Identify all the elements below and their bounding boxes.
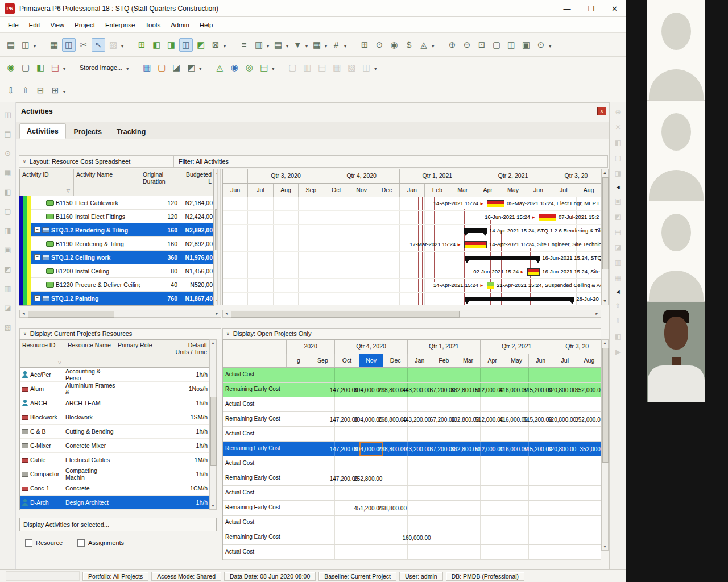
- cost-cell[interactable]: [577, 456, 601, 471]
- scroll-thumb[interactable]: [602, 177, 609, 269]
- cost-cell[interactable]: [553, 516, 578, 530]
- timescale-quarter[interactable]: Qtr 2, 2021: [481, 340, 553, 354]
- timescale-month[interactable]: Jun: [223, 184, 248, 197]
- assign-role-icon[interactable]: ◩: [615, 213, 621, 221]
- cost-cell[interactable]: [335, 530, 359, 544]
- cost-cell[interactable]: [481, 427, 505, 441]
- cost-cell[interactable]: [553, 471, 578, 485]
- timescale-month[interactable]: Oct: [335, 354, 359, 367]
- cost-cell[interactable]: 443,200.00: [408, 383, 432, 397]
- cost-row[interactable]: Actual Cost: [223, 368, 601, 383]
- timescale-month[interactable]: Nov: [349, 184, 374, 197]
- cost-row[interactable]: Actual Cost: [223, 545, 601, 560]
- shift-right-icon[interactable]: ▶: [615, 348, 621, 356]
- cost-cell[interactable]: [481, 486, 505, 500]
- timescale-month[interactable]: Mar: [456, 354, 481, 367]
- cost-cell[interactable]: [553, 456, 578, 471]
- time-scale-icon[interactable]: ⊙: [373, 38, 386, 52]
- cost-cell[interactable]: 620,800.00: [553, 383, 578, 397]
- menu-enterprise[interactable]: Enterprise: [101, 20, 139, 30]
- cost-cell[interactable]: [553, 486, 578, 500]
- tool-disabled-1-icon[interactable]: ▢: [286, 61, 299, 74]
- cost-cell[interactable]: [504, 397, 529, 411]
- activity-row[interactable]: −STQ.1.2.7Ceiling work360N1,976,00: [20, 251, 213, 264]
- activity-row[interactable]: B1220Procure & Deliver Ceiling Mal40N520…: [20, 278, 213, 292]
- cost-cell[interactable]: [504, 368, 529, 382]
- timescale-month[interactable]: May: [504, 354, 529, 367]
- scroll-up-icon[interactable]: ▲: [602, 169, 608, 176]
- checkbox-resource[interactable]: Resource: [25, 539, 63, 547]
- cost-cell[interactable]: [359, 456, 384, 471]
- cost-cell[interactable]: [287, 486, 311, 500]
- close-button[interactable]: ✕: [611, 5, 618, 13]
- cost-cell[interactable]: [529, 456, 553, 471]
- collapse-icon[interactable]: −: [34, 295, 40, 301]
- cost-icon[interactable]: $: [402, 38, 416, 52]
- cost-cell[interactable]: [456, 545, 481, 559]
- timescale-quarter[interactable]: Qtr 4, 2020: [335, 340, 408, 354]
- stored-image-button[interactable]: Stored Image...: [76, 63, 126, 72]
- layout-selector[interactable]: ∨ Layout: Resource Cost Spreadsheet: [19, 156, 174, 167]
- select-tool-icon[interactable]: ↖: [92, 38, 105, 52]
- col-default-units[interactable]: Default Units / Time: [172, 340, 210, 367]
- cost-cell[interactable]: [504, 501, 529, 515]
- menu-project[interactable]: Project: [70, 20, 100, 30]
- cost-cell[interactable]: [504, 471, 529, 485]
- cost-cell[interactable]: [432, 471, 457, 485]
- checkbox-icon[interactable]: [77, 539, 85, 547]
- minimize-button[interactable]: —: [563, 5, 570, 13]
- zoom-fit-icon[interactable]: ⊡: [475, 38, 489, 52]
- dropdown-arrow-icon[interactable]: ▾: [121, 44, 123, 49]
- new-document-icon[interactable]: ▢: [19, 61, 32, 74]
- cost-cell[interactable]: [456, 501, 481, 515]
- project-home-icon[interactable]: ◩: [184, 61, 198, 74]
- participant-placeholder-tile[interactable]: [647, 0, 705, 101]
- resource-row[interactable]: BlockworkBlockwork1SM/h: [20, 410, 209, 425]
- timescale-month[interactable]: Nov: [359, 354, 384, 367]
- cost-cell[interactable]: [335, 427, 359, 441]
- nav-risks-icon[interactable]: ◪: [4, 304, 11, 312]
- copy-icon[interactable]: ◧: [150, 38, 163, 52]
- cost-cell[interactable]: [408, 501, 432, 515]
- cost-cell[interactable]: 443,200.00: [408, 442, 432, 456]
- cost-cell[interactable]: [529, 516, 553, 530]
- cost-row[interactable]: Remaining Early Cost451,200.00268,800.00: [223, 501, 601, 516]
- cost-cell[interactable]: [481, 501, 505, 515]
- dropdown-arrow-icon[interactable]: ▾: [224, 44, 226, 49]
- scroll-right-icon[interactable]: ►: [593, 310, 601, 317]
- cost-row[interactable]: Remaining Early Cost147,200.00304,000.00…: [223, 442, 601, 456]
- cost-cell[interactable]: [529, 486, 553, 500]
- cost-cell[interactable]: [456, 397, 481, 411]
- scroll-down-icon[interactable]: ▼: [602, 298, 608, 305]
- scroll-left-icon[interactable]: ◄: [223, 310, 230, 317]
- add-notebook-icon[interactable]: ▤: [615, 228, 621, 236]
- nav-projects-icon[interactable]: ◫: [4, 110, 11, 119]
- col-activity-id[interactable]: Activity ID▽: [20, 169, 74, 196]
- cost-cell[interactable]: [577, 545, 601, 559]
- collapse-icon[interactable]: −: [34, 227, 40, 233]
- cost-cell[interactable]: [432, 456, 457, 471]
- cost-cell[interactable]: [359, 397, 384, 411]
- cost-cell[interactable]: 620,800.00: [553, 412, 578, 426]
- collapse-pane-2-icon[interactable]: ◀: [616, 289, 619, 294]
- cost-cell[interactable]: 268,800.00: [383, 501, 408, 515]
- col-resource-name[interactable]: Resource Name: [65, 340, 115, 367]
- cost-cell[interactable]: [553, 545, 578, 559]
- dropdown-arrow-icon[interactable]: ▾: [34, 44, 36, 49]
- cost-cell[interactable]: [577, 368, 601, 382]
- dropdown-arrow-icon[interactable]: ▾: [63, 89, 65, 94]
- timescale-quarter[interactable]: 2020: [287, 340, 335, 354]
- nav-thresholds-icon[interactable]: ◩: [4, 265, 11, 273]
- cost-cell[interactable]: [383, 471, 408, 485]
- dropdown-arrow-icon[interactable]: ▾: [549, 44, 551, 49]
- map-icon[interactable]: ◬: [213, 61, 226, 74]
- timescale-month[interactable]: Aug: [577, 354, 601, 367]
- dropdown-arrow-icon[interactable]: ▾: [374, 66, 377, 72]
- cost-cell[interactable]: [287, 516, 311, 530]
- scroll-up-icon[interactable]: ▲: [602, 340, 608, 347]
- cost-cell[interactable]: [287, 545, 311, 559]
- dropdown-arrow-icon[interactable]: ▾: [286, 44, 288, 49]
- cost-cell[interactable]: [529, 501, 553, 515]
- scroll-down-icon[interactable]: ▼: [210, 502, 216, 509]
- cost-cell[interactable]: 352,000.0: [577, 383, 601, 397]
